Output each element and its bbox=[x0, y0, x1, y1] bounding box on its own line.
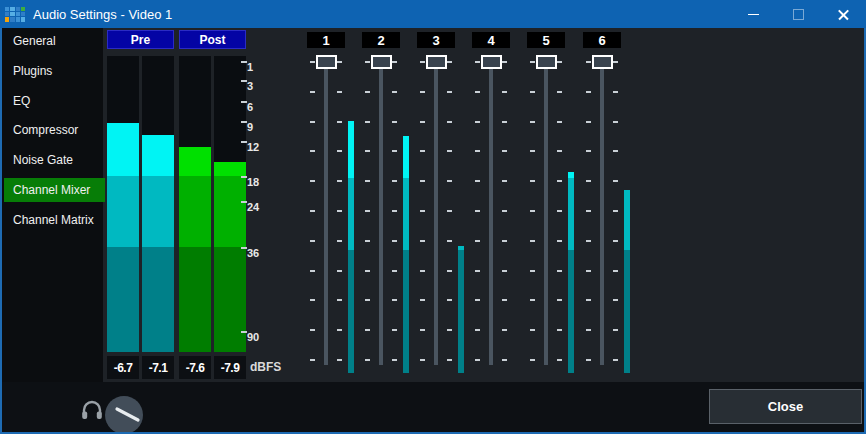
fader-tick bbox=[530, 240, 535, 242]
headphones-icon bbox=[80, 399, 104, 421]
fader-tick bbox=[613, 299, 618, 301]
fader-tick bbox=[586, 150, 591, 152]
close-button[interactable]: Close bbox=[709, 389, 862, 424]
fader-tick bbox=[475, 150, 480, 152]
fader-tick bbox=[586, 61, 591, 63]
fader-tick bbox=[475, 270, 480, 272]
pre-meter-bar bbox=[142, 135, 174, 176]
fader-tick bbox=[557, 91, 562, 93]
channel-header-6: 6 bbox=[583, 32, 621, 48]
fader-tick bbox=[420, 210, 425, 212]
meter-readout-post-0: -7.6 bbox=[179, 356, 211, 379]
fader-tick bbox=[365, 359, 370, 361]
channel-level-meter-3 bbox=[458, 250, 464, 373]
fader-tick bbox=[365, 240, 370, 242]
fader-tick bbox=[365, 180, 370, 182]
fader-tick bbox=[337, 61, 342, 63]
fader-track-4[interactable] bbox=[489, 62, 493, 365]
fader-tick bbox=[613, 91, 618, 93]
fader-tick bbox=[447, 91, 452, 93]
fader-tick bbox=[365, 210, 370, 212]
fader-tick bbox=[337, 329, 342, 331]
fader-tick bbox=[586, 91, 591, 93]
fader-handle-5[interactable] bbox=[536, 55, 557, 69]
fader-track-5[interactable] bbox=[544, 62, 548, 365]
meter-group-header-post: Post bbox=[179, 30, 246, 49]
audio-settings-window: GeneralPluginsEQCompressorNoise GateChan… bbox=[0, 0, 866, 434]
fader-tick bbox=[586, 121, 591, 123]
fader-tick bbox=[310, 180, 315, 182]
channel-header-1: 1 bbox=[307, 32, 345, 48]
fader-tick bbox=[420, 61, 425, 63]
fader-tick bbox=[420, 329, 425, 331]
fader-tick bbox=[530, 180, 535, 182]
fader-tick bbox=[365, 121, 370, 123]
fader-tick bbox=[530, 121, 535, 123]
fader-tick bbox=[530, 270, 535, 272]
fader-tick bbox=[613, 180, 618, 182]
fader-tick bbox=[310, 299, 315, 301]
fader-handle-4[interactable] bbox=[481, 55, 502, 69]
fader-tick bbox=[613, 270, 618, 272]
fader-tick bbox=[613, 121, 618, 123]
window-border-left bbox=[0, 28, 2, 434]
fader-track-3[interactable] bbox=[434, 62, 438, 365]
fader-track-2[interactable] bbox=[379, 62, 383, 365]
meter-readout-pre-1: -7.1 bbox=[142, 356, 174, 379]
fader-tick bbox=[447, 150, 452, 152]
fader-tick bbox=[586, 210, 591, 212]
fader-tick bbox=[613, 61, 618, 63]
fader-tick bbox=[310, 121, 315, 123]
fader-tick bbox=[392, 150, 397, 152]
meter-group-header-pre: Pre bbox=[107, 30, 174, 49]
fader-tick bbox=[502, 299, 507, 301]
channel-level-meter-6 bbox=[624, 250, 630, 373]
fader-handle-1[interactable] bbox=[316, 55, 337, 69]
fader-tick bbox=[310, 91, 315, 93]
fader-tick bbox=[530, 210, 535, 212]
post-meter-bar bbox=[179, 247, 211, 352]
fader-track-6[interactable] bbox=[600, 62, 604, 365]
channel-level-meter-1 bbox=[348, 250, 354, 373]
fader-tick bbox=[502, 150, 507, 152]
fader-tick bbox=[310, 329, 315, 331]
fader-tick bbox=[530, 299, 535, 301]
channel-mixer-panel: Pre-6.7-7.1Post-7.6-7.913691218243690123… bbox=[0, 0, 866, 434]
fader-tick bbox=[392, 180, 397, 182]
channel-level-meter-5 bbox=[568, 178, 574, 250]
channel-level-meter-1 bbox=[348, 121, 354, 178]
fader-tick bbox=[337, 270, 342, 272]
fader-tick bbox=[502, 240, 507, 242]
monitor-volume-knob[interactable] bbox=[102, 393, 146, 434]
fader-tick bbox=[392, 61, 397, 63]
fader-tick bbox=[420, 150, 425, 152]
fader-tick bbox=[420, 240, 425, 242]
fader-tick bbox=[337, 150, 342, 152]
meter-readout-post-1: -7.9 bbox=[214, 356, 246, 379]
fader-tick bbox=[365, 91, 370, 93]
fader-tick bbox=[475, 180, 480, 182]
fader-tick bbox=[557, 210, 562, 212]
channel-header-4: 4 bbox=[472, 32, 510, 48]
fader-tick bbox=[557, 270, 562, 272]
fader-tick bbox=[557, 121, 562, 123]
scale-label: 9 bbox=[247, 120, 253, 134]
fader-handle-6[interactable] bbox=[592, 55, 613, 69]
fader-tick bbox=[310, 210, 315, 212]
fader-tick bbox=[557, 359, 562, 361]
fader-tick bbox=[502, 180, 507, 182]
fader-tick bbox=[392, 240, 397, 242]
fader-handle-2[interactable] bbox=[371, 55, 392, 69]
fader-tick bbox=[392, 299, 397, 301]
fader-tick bbox=[337, 240, 342, 242]
fader-tick bbox=[502, 270, 507, 272]
fader-tick bbox=[502, 329, 507, 331]
fader-track-1[interactable] bbox=[324, 62, 328, 365]
fader-tick bbox=[557, 299, 562, 301]
fader-tick bbox=[475, 121, 480, 123]
fader-handle-3[interactable] bbox=[426, 55, 447, 69]
post-meter-bar bbox=[214, 162, 246, 176]
fader-tick bbox=[557, 180, 562, 182]
fader-tick bbox=[392, 91, 397, 93]
scale-label: 6 bbox=[247, 100, 253, 114]
